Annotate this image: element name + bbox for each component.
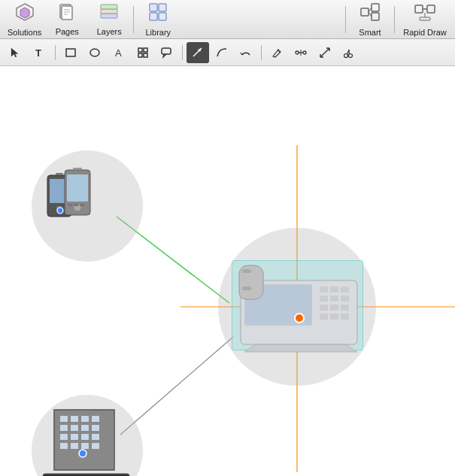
svg-text:A: A [115,47,122,59]
svg-rect-90 [60,425,68,431]
svg-rect-97 [92,434,99,440]
rect-tool-button[interactable] [59,42,82,63]
svg-rect-29 [144,48,147,52]
solutions-icon [15,2,35,26]
svg-rect-82 [242,287,251,290]
svg-rect-20 [427,5,435,13]
svg-point-38 [303,51,306,54]
svg-rect-89 [92,416,99,422]
library-label: Library [145,28,171,37]
top-toolbar: Solutions Pages Layers [0,0,455,39]
svg-text:T: T [35,47,41,59]
svg-rect-62 [68,204,72,206]
svg-rect-75 [320,305,328,311]
layers-button[interactable]: Layers [88,2,130,38]
svg-rect-91 [71,425,78,431]
svg-point-65 [57,208,63,214]
svg-rect-30 [138,53,142,57]
line-tool-button[interactable] [314,42,336,63]
separator-2 [345,6,346,33]
svg-rect-88 [81,416,89,422]
svg-rect-11 [159,4,166,11]
svg-rect-61 [73,168,82,170]
separator-3 [394,6,395,33]
arrow-tool-button[interactable] [187,42,209,63]
svg-rect-99 [71,443,78,449]
svg-rect-95 [71,434,78,440]
svg-rect-87 [71,416,78,422]
deskphone-icon [233,258,369,356]
frame-tool-button[interactable] [132,42,154,63]
svg-rect-63 [74,204,78,206]
svg-rect-78 [320,314,328,320]
svg-rect-31 [144,53,147,57]
svg-rect-15 [372,4,379,11]
svg-rect-19 [415,5,423,13]
pages-icon [58,3,76,26]
rapid-draw-label: Rapid Draw [403,28,446,37]
svg-line-51 [120,337,233,435]
svg-rect-93 [92,425,99,431]
tools-sep-3 [261,45,262,60]
svg-rect-59 [67,174,88,202]
canvas[interactable] [0,66,455,476]
building-icon [39,402,137,476]
library-icon [148,2,168,26]
smart-button[interactable]: Smart [349,2,391,38]
svg-rect-100 [81,443,89,449]
svg-rect-76 [330,305,338,311]
svg-rect-16 [372,13,379,20]
text2-tool-button[interactable]: A [108,42,130,63]
text-tool-button[interactable]: T [29,42,51,63]
svg-line-35 [241,53,242,55]
smart-label: Smart [359,28,381,37]
rapid-draw-icon [414,2,436,26]
svg-rect-14 [361,8,369,16]
svg-rect-74 [341,296,349,302]
svg-rect-86 [60,416,68,422]
pen-tool-button[interactable] [265,42,288,63]
smart-icon [359,2,381,26]
svg-rect-12 [150,13,157,20]
svg-rect-101 [92,443,99,449]
svg-rect-96 [81,434,89,440]
svg-line-41 [320,48,329,57]
tools-sep-2 [182,45,183,60]
svg-rect-28 [138,48,142,52]
svg-rect-98 [60,443,68,449]
svg-rect-10 [150,4,157,11]
svg-rect-7 [101,14,117,18]
layers-label: Layers [97,27,122,36]
svg-rect-3 [62,6,72,20]
solutions-label: Solutions [8,28,41,37]
phones-icon [44,164,134,247]
svg-rect-73 [330,296,338,302]
bend-tool-button[interactable] [235,42,257,63]
svg-point-122 [79,450,86,457]
tools-sep-1 [55,45,56,60]
rapid-draw-button[interactable]: Rapid Draw [398,2,452,38]
separator-1 [133,6,134,33]
svg-point-83 [295,314,304,323]
svg-rect-72 [320,296,328,302]
curve-tool-button[interactable] [211,42,233,63]
connector-tool-button[interactable] [290,42,312,63]
pages-button[interactable]: Pages [46,2,88,38]
solutions-button[interactable]: Solutions [3,2,46,38]
svg-rect-81 [242,269,251,273]
callout-tool-button[interactable] [156,42,178,63]
pages-label: Pages [56,27,79,36]
ellipse-tool-button[interactable] [83,42,106,63]
svg-rect-13 [159,13,166,20]
svg-rect-69 [320,287,328,293]
svg-line-49 [349,50,350,55]
svg-rect-71 [341,287,349,293]
svg-point-26 [90,49,99,56]
svg-rect-23 [420,17,430,20]
svg-rect-77 [341,305,349,311]
cut-tool-button[interactable] [338,42,360,63]
select-tool-button[interactable] [5,42,27,63]
svg-rect-57 [56,173,63,175]
library-button[interactable]: Library [137,2,179,38]
svg-rect-25 [66,49,75,56]
